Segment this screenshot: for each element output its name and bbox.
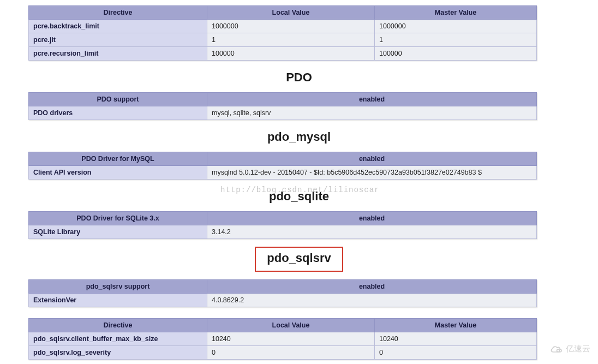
- pdo-mysql-table: PDO Driver for MySQL enabled Client API …: [28, 152, 537, 180]
- directive-name: pdo_sqlsrv.client_buffer_max_kb_size: [29, 332, 207, 346]
- directive-master: 100000: [375, 47, 537, 61]
- table-row: SQLite Library 3.14.2: [29, 225, 537, 239]
- table-row: pcre.jit 1 1: [29, 33, 537, 47]
- directive-master: 0: [375, 346, 537, 360]
- directive-name: pcre.jit: [29, 33, 207, 47]
- pdo-sqlite-table: PDO Driver for SQLite 3.x enabled SQLite…: [28, 211, 537, 239]
- col-directive: Directive: [29, 6, 207, 20]
- table-header-row: PDO Driver for MySQL enabled: [29, 152, 537, 166]
- sqlite-library-value: 3.14.2: [207, 225, 537, 239]
- directive-local: 10240: [207, 332, 375, 346]
- col-pdo-mysql-driver: PDO Driver for MySQL: [29, 152, 207, 166]
- directive-name: pdo_sqlsrv.log_severity: [29, 346, 207, 360]
- table-row: PDO drivers mysql, sqlite, sqlsrv: [29, 106, 537, 120]
- col-enabled: enabled: [207, 152, 537, 166]
- directive-local: 0: [207, 346, 375, 360]
- pdo-drivers-key: PDO drivers: [29, 106, 207, 120]
- pdo-sqlsrv-support-table: pdo_sqlsrv support enabled ExtensionVer …: [28, 279, 537, 307]
- pdo-support-table: PDO support enabled PDO drivers mysql, s…: [28, 92, 537, 120]
- table-row: pcre.backtrack_limit 1000000 1000000: [29, 20, 537, 33]
- client-api-version-key: Client API version: [29, 166, 207, 180]
- directive-name: pcre.backtrack_limit: [29, 20, 207, 33]
- col-pdo-support: PDO support: [29, 93, 207, 106]
- directive-master: 1: [375, 33, 537, 47]
- table-row: Client API version mysqlnd 5.0.12-dev - …: [29, 166, 537, 180]
- pcre-directives-table: Directive Local Value Master Value pcre.…: [28, 5, 537, 61]
- table-header-row: pdo_sqlsrv support enabled: [29, 280, 537, 294]
- col-master-value: Master Value: [375, 6, 537, 20]
- table-header-row: PDO support enabled: [29, 93, 537, 106]
- sqlite-library-key: SQLite Library: [29, 225, 207, 239]
- section-heading-pdo-sqlsrv: pdo_sqlsrv: [255, 247, 343, 272]
- col-local-value: Local Value: [207, 319, 375, 332]
- section-heading-pdo-sqlite: pdo_sqlite: [28, 189, 570, 204]
- extensionver-key: ExtensionVer: [29, 294, 207, 307]
- table-header-row: PDO Driver for SQLite 3.x enabled: [29, 212, 537, 225]
- extensionver-value: 4.0.8629.2: [207, 294, 537, 307]
- client-api-version-value: mysqlnd 5.0.12-dev - 20150407 - $Id: b5c…: [207, 166, 537, 180]
- col-directive: Directive: [29, 319, 207, 332]
- watermark-brand: 亿速云: [549, 344, 590, 354]
- directive-local: 1: [207, 33, 375, 47]
- section-heading-wrap: pdo_sqlsrv: [28, 247, 570, 272]
- col-enabled: enabled: [207, 280, 537, 294]
- spacer: [28, 309, 570, 318]
- section-heading-pdo-mysql: pdo_mysql: [28, 130, 570, 144]
- col-pdo-sqlsrv-support: pdo_sqlsrv support: [29, 280, 207, 294]
- directive-name: pcre.recursion_limit: [29, 47, 207, 61]
- table-row: pdo_sqlsrv.client_buffer_max_kb_size 102…: [29, 332, 537, 346]
- phpinfo-page: Directive Local Value Master Value pcre.…: [0, 0, 598, 364]
- directive-master: 10240: [375, 332, 537, 346]
- col-pdo-sqlite-driver: PDO Driver for SQLite 3.x: [29, 212, 207, 225]
- watermark-brand-text: 亿速云: [566, 344, 590, 354]
- directive-master: 1000000: [375, 20, 537, 33]
- col-enabled: enabled: [207, 93, 537, 106]
- pdo-drivers-value: mysql, sqlite, sqlsrv: [207, 106, 537, 120]
- section-heading-pdo: PDO: [28, 70, 570, 85]
- col-master-value: Master Value: [375, 319, 537, 332]
- directive-local: 100000: [207, 47, 375, 61]
- table-row: pcre.recursion_limit 100000 100000: [29, 47, 537, 61]
- col-local-value: Local Value: [207, 6, 375, 20]
- table-header-row: Directive Local Value Master Value: [29, 6, 537, 20]
- cloud-icon: [549, 344, 564, 354]
- table-row: ExtensionVer 4.0.8629.2: [29, 294, 537, 307]
- directive-local: 1000000: [207, 20, 375, 33]
- pdo-sqlsrv-directives-table: Directive Local Value Master Value pdo_s…: [28, 318, 537, 360]
- table-header-row: Directive Local Value Master Value: [29, 319, 537, 332]
- col-enabled: enabled: [207, 212, 537, 225]
- table-row: pdo_sqlsrv.log_severity 0 0: [29, 346, 537, 360]
